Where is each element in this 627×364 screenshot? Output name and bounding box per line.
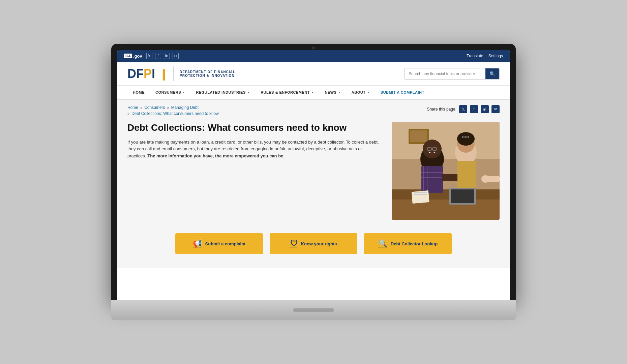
- nav-rules[interactable]: RULES & ENFORCEMENT ▼: [255, 86, 319, 100]
- hero-svg: [392, 122, 500, 220]
- breadcrumb-managing-debt[interactable]: Managing Debt: [171, 105, 199, 110]
- breadcrumb-current[interactable]: Debt Collections: What consumers need to…: [131, 111, 219, 116]
- debt-collector-lookup-button[interactable]: 🔍 Debt Collector Lookup: [364, 233, 452, 254]
- dfpi-text: DFPI ❙: [127, 68, 168, 80]
- submit-complaint-icon: 📢: [193, 239, 202, 248]
- social-icons: 𝕏 f in □: [146, 53, 179, 59]
- nav-about[interactable]: ABOUT ▼: [346, 86, 375, 100]
- gov-text: .gov: [133, 54, 142, 59]
- dept-line1: DEPARTMENT OF FINANCIAL: [180, 70, 235, 74]
- main-content: Debt Collections: What consumers need to…: [117, 119, 510, 226]
- nav-news[interactable]: NEWS ▼: [319, 86, 346, 100]
- know-rights-button[interactable]: 🛡 Know your rights: [270, 233, 357, 254]
- hero-image: [392, 122, 500, 220]
- share-twitter-icon[interactable]: 𝕏: [459, 105, 467, 113]
- share-area: Share this page: 𝕏 f in ✉: [427, 105, 500, 113]
- facebook-icon[interactable]: f: [155, 53, 161, 59]
- twitter-icon[interactable]: 𝕏: [146, 53, 152, 59]
- breadcrumb-row1: Home » Consumers » Managing Debt: [127, 105, 219, 110]
- search-box: 🔍: [404, 68, 500, 80]
- svg-rect-11: [421, 166, 443, 193]
- top-bar-left: CA .gov 𝕏 f in □: [124, 53, 179, 59]
- dfpi-logo[interactable]: DFPI ❙ DEPARTMENT OF FINANCIAL PROTECTIO…: [127, 66, 235, 81]
- svg-point-20: [457, 132, 475, 146]
- logo-divider: [174, 66, 174, 81]
- page-intro: If you are late making payments on a loa…: [127, 139, 382, 160]
- breadcrumb-area: Home » Consumers » Managing Debt » Debt …: [117, 100, 510, 119]
- nav-home[interactable]: HOME: [127, 86, 150, 100]
- submit-complaint-button[interactable]: 📢 Submit a complaint: [175, 233, 263, 254]
- breadcrumb-home[interactable]: Home: [127, 105, 138, 110]
- svg-rect-27: [451, 189, 474, 203]
- debt-collector-lookup-label: Debt Collector Lookup: [391, 241, 438, 246]
- breadcrumb-row2: » Debt Collections: What consumers need …: [127, 111, 219, 116]
- nav-submit-complaint[interactable]: SUBMIT A COMPLAINT: [375, 86, 430, 100]
- linkedin-icon[interactable]: in: [164, 53, 170, 59]
- svg-rect-4: [410, 130, 427, 142]
- share-facebook-icon[interactable]: f: [470, 105, 478, 113]
- text-content: Debt Collections: What consumers need to…: [127, 122, 382, 160]
- breadcrumb-consumers[interactable]: Consumers: [144, 105, 165, 110]
- top-bar-right: Translate Settings: [467, 54, 503, 58]
- instagram-icon[interactable]: □: [173, 53, 179, 59]
- search-button[interactable]: 🔍: [485, 68, 499, 79]
- translate-link[interactable]: Translate: [467, 54, 483, 58]
- logo-area: DFPI ❙ DEPARTMENT OF FINANCIAL PROTECTIO…: [127, 66, 235, 81]
- share-label: Share this page:: [427, 107, 456, 112]
- nav-consumers[interactable]: CONSUMERS ▼: [150, 86, 190, 100]
- content-area: Home » Consumers » Managing Debt » Debt …: [117, 100, 510, 268]
- settings-link[interactable]: Settings: [488, 54, 503, 58]
- intro-bold: The more information you have, the more …: [147, 153, 285, 158]
- share-linkedin-icon[interactable]: in: [481, 105, 489, 113]
- dept-text: DEPARTMENT OF FINANCIAL PROTECTION & INN…: [180, 70, 235, 78]
- svg-rect-29: [414, 192, 427, 193]
- dept-line2: PROTECTION & INNOVATION: [180, 74, 235, 78]
- nav-regulated[interactable]: REGULATED INDUSTRIES ▼: [190, 86, 255, 100]
- page-title: Debt Collections: What consumers need to…: [127, 122, 382, 133]
- nav-bar: HOME CONSUMERS ▼ REGULATED INDUSTRIES ▼ …: [117, 86, 510, 100]
- svg-rect-23: [457, 161, 476, 188]
- know-rights-label: Know your rights: [301, 241, 337, 246]
- share-email-icon[interactable]: ✉: [491, 105, 500, 113]
- breadcrumb-sep3: »: [127, 112, 129, 116]
- breadcrumb-sep2: »: [167, 105, 169, 110]
- breadcrumb-sep1: »: [140, 105, 142, 110]
- search-input[interactable]: [405, 69, 485, 79]
- action-buttons: 📢 Submit a complaint 🛡 Know your rights …: [117, 226, 510, 261]
- submit-complaint-label: Submit a complaint: [205, 241, 246, 246]
- ca-gov-logo: CA .gov: [124, 54, 142, 59]
- site-header: DFPI ❙ DEPARTMENT OF FINANCIAL PROTECTIO…: [117, 62, 510, 86]
- ca-text: CA: [124, 54, 132, 58]
- breadcrumb: Home » Consumers » Managing Debt » Debt …: [127, 105, 219, 116]
- svg-rect-5: [392, 189, 500, 200]
- debt-collector-lookup-icon: 🔍: [378, 239, 387, 248]
- laptop-base: [111, 300, 516, 320]
- know-rights-icon: 🛡: [290, 239, 298, 248]
- svg-point-25: [481, 175, 489, 183]
- svg-rect-30: [414, 194, 427, 195]
- top-bar: CA .gov 𝕏 f in □ Translate Settings: [117, 50, 510, 62]
